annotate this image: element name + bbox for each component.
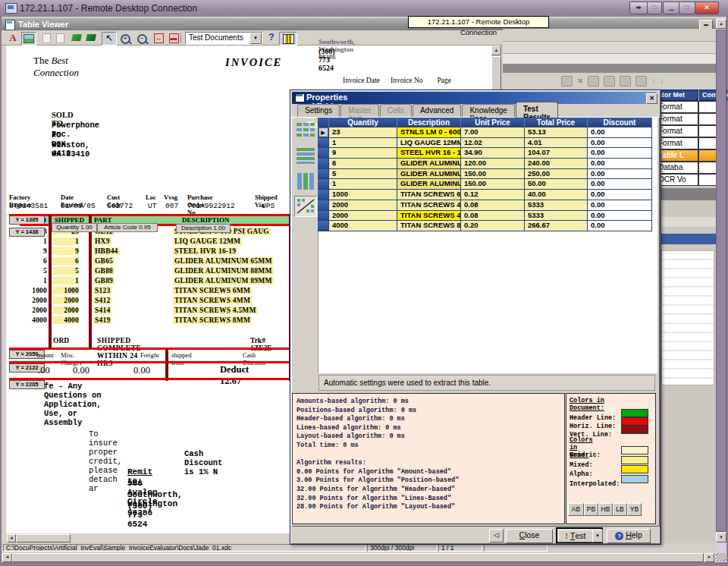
cell-description[interactable]: STEEL HVR 16 - 19: [397, 148, 461, 159]
row-selector[interactable]: [318, 200, 329, 211]
locator-method-cell[interactable]: Databa: [655, 162, 698, 174]
cell-description[interactable]: TITAN SCREWS 8: [397, 221, 461, 231]
row-selector[interactable]: [318, 179, 329, 190]
column-header-quantity[interactable]: Quantity: [329, 118, 397, 127]
rename-icon[interactable]: [588, 76, 599, 86]
column-header-locator-method[interactable]: ator Met: [655, 90, 698, 101]
row-selector[interactable]: [318, 169, 329, 180]
cell-unit-price[interactable]: 120.00: [461, 159, 525, 169]
rdp-titlebar[interactable]: 172.21.1.107 - Remote Desktop Connection…: [0, 0, 728, 17]
cell-quantity[interactable]: 1: [329, 179, 397, 190]
cell-unit-price[interactable]: 0.08: [461, 200, 525, 211]
delete-icon[interactable]: ✕: [577, 77, 583, 86]
locator-method-cell[interactable]: OCR Vo: [655, 174, 698, 186]
scroll-up-icon[interactable]: ▲: [491, 46, 501, 55]
rdp-pin-button[interactable]: ◂▸: [629, 2, 648, 14]
minimize-button[interactable]: ▁: [663, 2, 679, 14]
image-view-icon[interactable]: [21, 32, 36, 46]
cell-description[interactable]: GLIDER ALUMINU: [397, 169, 461, 180]
cell-total-price[interactable]: 240.00: [525, 159, 588, 169]
cell-discount[interactable]: 0.00: [588, 200, 652, 211]
rdp-vertical-thumb[interactable]: [716, 30, 726, 532]
cell-quantity[interactable]: 6: [329, 159, 397, 169]
row-selector[interactable]: [318, 138, 329, 149]
help-button[interactable]: ? Help: [607, 529, 651, 543]
rows-view-icon[interactable]: [294, 146, 317, 167]
locator-method-cell[interactable]: Format: [655, 125, 698, 137]
cell-total-price[interactable]: 4.01: [525, 138, 588, 149]
dialog-tab[interactable]: Settings: [297, 104, 340, 117]
table-row[interactable]: 1000 TITAN SCREWS 6 0.12 40.00 0.00: [318, 190, 652, 200]
cell-discount[interactable]: 0.00: [588, 127, 652, 138]
cell-quantity[interactable]: 5: [329, 169, 397, 180]
cell-quantity[interactable]: 23: [329, 127, 397, 138]
row-selector[interactable]: [318, 148, 329, 159]
test-dropdown-icon[interactable]: ▼: [592, 530, 603, 542]
right-list-panel[interactable]: [661, 250, 714, 385]
move-down-icon[interactable]: ↓: [660, 77, 664, 86]
maximize-button[interactable]: □: [679, 2, 695, 14]
chevron-down-icon[interactable]: ▼: [249, 33, 262, 44]
cell-total-price[interactable]: 250.00: [525, 169, 588, 180]
row-selector[interactable]: [318, 159, 329, 169]
cell-description[interactable]: TITAN SCREWS 6: [397, 190, 461, 200]
cells-view-icon[interactable]: [294, 120, 317, 141]
copy-icon[interactable]: [620, 76, 631, 86]
nav-back-button[interactable]: ◁: [489, 529, 504, 542]
cell-description[interactable]: GLIDER ALUMINU: [397, 179, 461, 190]
columns-tool-icon[interactable]: [279, 32, 297, 46]
cell-discount[interactable]: 0.00: [588, 221, 652, 231]
rotate-right-icon[interactable]: [84, 32, 98, 44]
cell-quantity[interactable]: 1000: [329, 190, 397, 200]
cell-unit-price[interactable]: 0.20: [461, 221, 525, 231]
cell-discount[interactable]: 0.00: [588, 169, 652, 180]
cell-total-price[interactable]: 5333: [525, 211, 588, 222]
cell-unit-price[interactable]: 0.08: [461, 211, 525, 222]
table-row[interactable]: 6 GLIDER ALUMINU 120.00 240.00 0.00: [318, 159, 652, 169]
row-selector[interactable]: [318, 190, 329, 200]
diagonal-cells-icon[interactable]: [294, 196, 317, 217]
close-icon[interactable]: ✕: [646, 93, 657, 104]
cell-description[interactable]: TITAN SCREWS 4: [397, 200, 461, 211]
cell-unit-price[interactable]: 34.90: [461, 148, 525, 159]
scroll-left-icon[interactable]: ◄: [2, 553, 12, 562]
cell-quantity[interactable]: 2000: [329, 211, 397, 222]
locator-method-cell[interactable]: Format: [655, 101, 698, 113]
cell-discount[interactable]: 0.00: [588, 179, 652, 190]
cell-discount[interactable]: 0.00: [588, 190, 652, 200]
rdp-horizontal-thumb[interactable]: [12, 553, 704, 562]
cell-total-price[interactable]: 266.67: [525, 221, 588, 231]
cell-discount[interactable]: 0.00: [588, 159, 652, 169]
scroll-down-icon[interactable]: ▼: [716, 533, 726, 542]
move-up-icon[interactable]: ↑: [651, 77, 655, 86]
locator-method-cell[interactable]: Table L: [655, 149, 698, 162]
test-button[interactable]: ! Test: [558, 530, 593, 542]
table-row[interactable]: 9 STEEL HVR 16 - 19 34.90 104.07 0.00: [318, 148, 652, 159]
column-header-total-price[interactable]: Total Price: [525, 118, 588, 127]
cell-quantity[interactable]: 1: [329, 138, 397, 149]
cell-description[interactable]: STNLS LM 0 - 600: [397, 127, 461, 138]
cell-total-price[interactable]: 5333: [525, 200, 588, 211]
table-row[interactable]: 4000 TITAN SCREWS 8 0.20 266.67 0.00: [318, 221, 652, 231]
cell-total-price[interactable]: 104.07: [525, 148, 588, 159]
cell-unit-price[interactable]: 12.02: [461, 138, 525, 149]
zoom-out-icon[interactable]: −: [135, 32, 149, 44]
dialog-tab[interactable]: Master Item: [340, 104, 379, 117]
font-tool-icon[interactable]: A: [6, 32, 20, 44]
cell-discount[interactable]: 0.00: [588, 138, 652, 149]
locator-method-cell[interactable]: Format: [655, 137, 698, 149]
algo-button-lb[interactable]: LB: [613, 503, 627, 516]
pointer-tool-icon[interactable]: ↖: [102, 32, 117, 46]
cell-total-price[interactable]: 50.00: [525, 179, 588, 190]
row-selector[interactable]: [318, 221, 329, 231]
close-button[interactable]: Close: [506, 529, 553, 543]
cell-total-price[interactable]: 53.13: [525, 127, 588, 138]
fit-width-icon[interactable]: ▬: [167, 32, 180, 44]
prev-page-icon[interactable]: [39, 32, 53, 44]
table-row[interactable]: 5 GLIDER ALUMINU 150.00 250.00 0.00: [318, 169, 652, 180]
cell-total-price[interactable]: 40.00: [525, 190, 588, 200]
scroll-left-icon[interactable]: ◄: [7, 534, 16, 542]
table-row[interactable]: 2000 TITAN SCREWS 4 0.08 5333 0.00: [318, 200, 652, 211]
next-page-icon[interactable]: [53, 32, 67, 44]
find-icon[interactable]: [561, 76, 573, 86]
